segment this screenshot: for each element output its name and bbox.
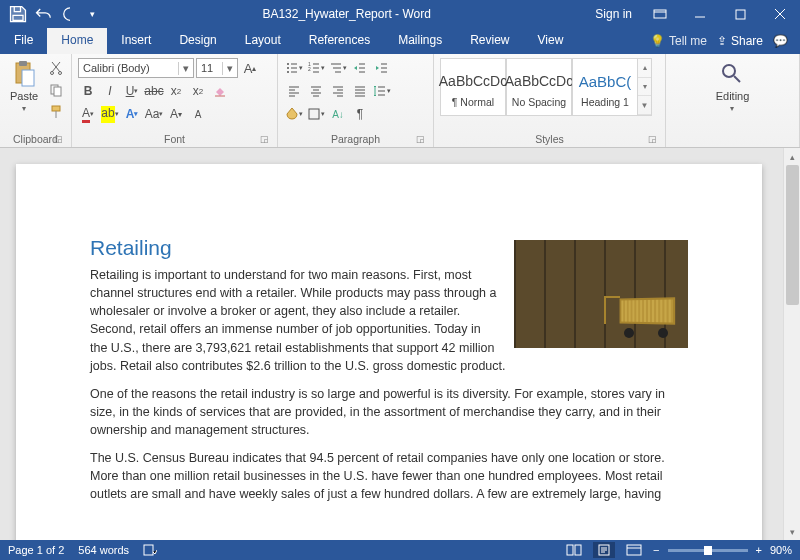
scroll-thumb[interactable] — [786, 165, 799, 305]
tab-layout[interactable]: Layout — [231, 28, 295, 54]
borders-icon[interactable]: ▾ — [306, 104, 326, 124]
italic-button[interactable]: I — [100, 81, 120, 101]
scroll-down-icon[interactable]: ▾ — [784, 523, 800, 540]
chevron-up-icon: ▴ — [638, 59, 651, 78]
strikethrough-button[interactable]: abc — [144, 81, 164, 101]
align-right-icon[interactable] — [328, 81, 348, 101]
sign-in-link[interactable]: Sign in — [587, 7, 640, 21]
bold-button[interactable]: B — [78, 81, 98, 101]
zoom-slider-thumb[interactable] — [704, 546, 712, 555]
highlight-button[interactable]: ab▾ — [100, 104, 120, 124]
paragraph-dialog-icon[interactable]: ◲ — [416, 134, 425, 144]
style-no-spacing[interactable]: AaBbCcDcNo Spacing — [506, 58, 572, 116]
show-marks-icon[interactable]: ¶ — [350, 104, 370, 124]
font-label: Font — [164, 133, 185, 145]
web-layout-icon[interactable] — [623, 542, 645, 558]
group-clipboard: Paste ▾ Clipboard◲ — [0, 54, 72, 147]
comments-icon[interactable]: 💬 — [773, 34, 788, 48]
chevron-down-icon: ▾ — [222, 62, 233, 75]
read-mode-icon[interactable] — [563, 542, 585, 558]
tab-insert[interactable]: Insert — [107, 28, 165, 54]
doc-paragraph[interactable]: The U.S. Census Bureau indicates that 94… — [90, 449, 688, 503]
decrease-indent-icon[interactable] — [350, 58, 370, 78]
font-size-combo[interactable]: 11▾ — [196, 58, 238, 78]
shrink-font-icon[interactable]: A▾ — [166, 104, 186, 124]
clipboard-dialog-icon[interactable]: ◲ — [54, 134, 63, 144]
grow-font-icon2[interactable]: A — [188, 104, 208, 124]
chevron-down-icon: ▾ — [178, 62, 189, 75]
save-icon[interactable] — [8, 4, 28, 24]
tab-review[interactable]: Review — [456, 28, 523, 54]
align-left-icon[interactable] — [284, 81, 304, 101]
doc-paragraph[interactable]: One of the reasons the retail industry i… — [90, 385, 688, 439]
style-heading-1[interactable]: AaBbC(Heading 1 — [572, 58, 638, 116]
word-count[interactable]: 564 words — [78, 544, 129, 556]
change-case-button[interactable]: Aa▾ — [144, 104, 164, 124]
svg-point-11 — [287, 67, 289, 69]
font-dialog-icon[interactable]: ◲ — [260, 134, 269, 144]
zoom-slider[interactable] — [668, 549, 748, 552]
minimize-icon[interactable] — [680, 0, 720, 28]
scroll-track[interactable] — [784, 165, 800, 523]
close-icon[interactable] — [760, 0, 800, 28]
subscript-button[interactable]: x2 — [166, 81, 186, 101]
copy-icon[interactable] — [46, 80, 66, 100]
line-spacing-icon[interactable]: ▾ — [372, 81, 392, 101]
svg-rect-15 — [309, 109, 319, 119]
svg-rect-1 — [736, 10, 745, 19]
sort-icon[interactable]: A↓ — [328, 104, 348, 124]
page-indicator[interactable]: Page 1 of 2 — [8, 544, 64, 556]
zoom-in-icon[interactable]: + — [756, 544, 762, 556]
spellcheck-icon[interactable] — [143, 544, 157, 556]
title-bar: ▾ BA132_Hywater_Report - Word Sign in — [0, 0, 800, 28]
font-color-button[interactable]: A▾ — [78, 104, 98, 124]
zoom-level[interactable]: 90% — [770, 544, 792, 556]
tell-me[interactable]: 💡Tell me — [650, 34, 707, 48]
tab-design[interactable]: Design — [165, 28, 230, 54]
document-scroll[interactable]: Retailing Retailing is important to unde… — [0, 148, 783, 540]
inline-image[interactable] — [514, 240, 688, 348]
svg-rect-9 — [52, 106, 60, 111]
clear-formatting-icon[interactable] — [210, 81, 230, 101]
tab-file[interactable]: File — [0, 28, 47, 54]
scroll-up-icon[interactable]: ▴ — [784, 148, 800, 165]
cut-icon[interactable] — [46, 58, 66, 78]
qat-dropdown-icon[interactable]: ▾ — [86, 4, 98, 24]
undo-icon[interactable] — [34, 4, 54, 24]
vertical-scrollbar[interactable]: ▴ ▾ — [783, 148, 800, 540]
numbering-icon[interactable]: 12▾ — [306, 58, 326, 78]
tab-references[interactable]: References — [295, 28, 384, 54]
shading-icon[interactable]: ▾ — [284, 104, 304, 124]
align-center-icon[interactable] — [306, 81, 326, 101]
justify-icon[interactable] — [350, 81, 370, 101]
paste-label: Paste — [10, 90, 38, 102]
tab-home[interactable]: Home — [47, 28, 107, 54]
styles-more[interactable]: ▴▾▼ — [638, 58, 652, 116]
zoom-out-icon[interactable]: − — [653, 544, 659, 556]
multilevel-icon[interactable]: ▾ — [328, 58, 348, 78]
text-effects-icon[interactable]: A▾ — [122, 104, 142, 124]
redo-icon[interactable] — [60, 4, 80, 24]
tell-me-label: Tell me — [669, 34, 707, 48]
find-icon — [718, 60, 746, 88]
tab-view[interactable]: View — [524, 28, 578, 54]
print-layout-icon[interactable] — [593, 542, 615, 558]
editing-button[interactable]: Editing ▾ — [712, 58, 754, 115]
paste-button[interactable]: Paste ▾ — [6, 58, 42, 115]
grow-font-icon[interactable]: A▴ — [240, 58, 260, 78]
tab-mailings[interactable]: Mailings — [384, 28, 456, 54]
underline-button[interactable]: U▾ — [122, 81, 142, 101]
increase-indent-icon[interactable] — [372, 58, 392, 78]
maximize-icon[interactable] — [720, 0, 760, 28]
bullets-icon[interactable]: ▾ — [284, 58, 304, 78]
styles-gallery[interactable]: AaBbCcDc¶ Normal AaBbCcDcNo Spacing AaBb… — [440, 58, 652, 116]
font-name-combo[interactable]: Calibri (Body)▾ — [78, 58, 194, 78]
ribbon-options-icon[interactable] — [640, 0, 680, 28]
style-normal[interactable]: AaBbCcDc¶ Normal — [440, 58, 506, 116]
status-bar: Page 1 of 2 564 words − + 90% — [0, 540, 800, 560]
page[interactable]: Retailing Retailing is important to unde… — [16, 164, 762, 540]
styles-dialog-icon[interactable]: ◲ — [648, 134, 657, 144]
superscript-button[interactable]: x2 — [188, 81, 208, 101]
format-painter-icon[interactable] — [46, 102, 66, 122]
share-button[interactable]: ⇪Share — [717, 34, 763, 48]
